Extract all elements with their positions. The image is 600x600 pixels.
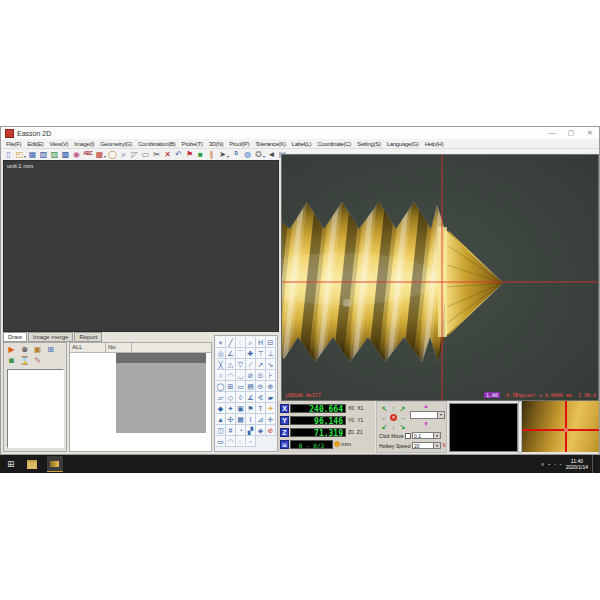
jog-down-icon[interactable]: ▼: [423, 421, 429, 427]
toolbar-new-icon[interactable]: ▯: [3, 149, 14, 160]
stage-arrow-button[interactable]: →: [398, 413, 407, 422]
jog-up-icon[interactable]: ▲: [423, 403, 429, 409]
geometry-tool-button[interactable]: ▱: [216, 392, 226, 403]
toolbar-delete-icon[interactable]: ✕: [162, 149, 173, 160]
geometry-tool-button[interactable]: ☀: [266, 403, 276, 414]
geometry-tool-button[interactable]: ⊤: [256, 348, 266, 359]
feature-header-all[interactable]: ALL: [70, 343, 106, 352]
show-desktop-button[interactable]: [592, 455, 596, 473]
dropdown-caret-icon[interactable]: ▾: [263, 154, 265, 159]
axis-preset-button[interactable]: Y1: [356, 417, 364, 423]
menu-item-proof[interactable]: Proof(P): [226, 141, 252, 147]
geometry-tool-button[interactable]: ◦: [246, 436, 256, 447]
camera-live-icon[interactable]: ◙: [7, 356, 16, 365]
geometry-tool-button[interactable]: ○: [216, 370, 226, 381]
toolbar-image-green-icon[interactable]: ▨: [49, 149, 60, 160]
geometry-tool-button[interactable]: ✛: [266, 414, 276, 425]
geometry-tool-button[interactable]: ⊙: [256, 370, 266, 381]
menu-item-image[interactable]: Image(I): [71, 141, 97, 147]
minimize-button[interactable]: —: [547, 129, 557, 137]
geometry-tool-button[interactable]: ◫: [216, 425, 226, 436]
hotkey-speed-combobox[interactable]: 20 ▾: [412, 442, 441, 449]
geometry-tool-button[interactable]: #: [226, 425, 236, 436]
stage-arrow-button[interactable]: ↗: [398, 404, 407, 413]
file-explorer-button[interactable]: [27, 460, 37, 469]
hourglass-icon[interactable]: ⌛: [20, 356, 29, 365]
geometry-tool-button[interactable]: ╳: [216, 359, 226, 370]
feature-selected-row[interactable]: [116, 353, 206, 363]
geometry-tool-button[interactable]: ⌖: [216, 337, 226, 348]
menu-item-tolerance[interactable]: Tolerance(K): [252, 141, 288, 147]
axis-x-button[interactable]: X: [280, 404, 289, 413]
menu-item-geometry[interactable]: Geometry(G): [97, 141, 135, 147]
dropdown-caret-icon[interactable]: ▾: [24, 154, 26, 159]
tab-report[interactable]: Report: [74, 332, 102, 342]
toolbar-probe-corner-icon[interactable]: ◸: [129, 149, 140, 160]
close-button[interactable]: ✕: [585, 129, 595, 137]
taskbar-app-button[interactable]: [47, 456, 63, 472]
geometry-tool-button[interactable]: ⊕: [266, 381, 276, 392]
geometry-tool-button[interactable]: ◔: [236, 425, 246, 436]
coordinate-mode-icon[interactable]: ⊞: [280, 440, 289, 449]
speed-combobox[interactable]: ▾: [410, 411, 445, 419]
geometry-tool-button[interactable]: ✚: [246, 348, 256, 359]
geometry-tool-button[interactable]: ▤: [246, 381, 256, 392]
geometry-tool-button[interactable]: ▲: [216, 414, 226, 425]
toolbar-cut-icon[interactable]: ✂: [151, 149, 162, 160]
geometry-tool-button[interactable]: ∡: [246, 392, 256, 403]
tray-icon-2[interactable]: ▪: [554, 462, 556, 467]
geometry-tool-button[interactable]: ✣: [226, 414, 236, 425]
axis-z-button[interactable]: Z: [280, 428, 289, 437]
geometry-tool-button[interactable]: ⌒: [236, 348, 246, 359]
geometry-tool-button[interactable]: ✦: [226, 403, 236, 414]
geometry-tool-button[interactable]: ◡: [236, 370, 246, 381]
drawing-canvas[interactable]: unit:1 mm: [3, 160, 279, 332]
toolbar-abc-label-icon[interactable]: ABC: [82, 149, 94, 160]
stage-stop-button[interactable]: ✕: [389, 413, 398, 422]
geometry-tool-button[interactable]: ∠: [226, 348, 236, 359]
geometry-tool-button[interactable]: ⊦: [266, 370, 276, 381]
geometry-tool-button[interactable]: ⊟: [266, 337, 276, 348]
toolbar-undo-icon[interactable]: ↶: [173, 149, 184, 160]
dropdown-caret-icon[interactable]: ▾: [104, 154, 106, 159]
geometry-tool-button[interactable]: ╱: [226, 337, 236, 348]
grid-view-icon[interactable]: ⊞: [46, 345, 55, 354]
toolbar-frame-select-icon[interactable]: ▭: [140, 149, 151, 160]
chevron-down-icon[interactable]: ▾: [433, 433, 440, 438]
stage-arrow-button[interactable]: ↑: [389, 404, 398, 413]
stage-arrow-button[interactable]: ←: [380, 413, 389, 422]
tray-icon-3[interactable]: ▪: [560, 462, 562, 467]
geometry-tool-button[interactable]: ▣: [236, 403, 246, 414]
toolbar-magnifier-icon[interactable]: ⌕: [118, 149, 129, 160]
play-icon[interactable]: ▶: [7, 345, 16, 354]
geometry-tool-button[interactable]: ⊥: [266, 348, 276, 359]
toolbar-circle-tool-icon[interactable]: ◯: [107, 149, 118, 160]
menu-item-label[interactable]: Label(L): [289, 141, 315, 147]
toolbar-speaker-icon[interactable]: ◄: [266, 149, 277, 160]
toolbar-green-square-icon[interactable]: ■: [195, 149, 206, 160]
geometry-tool-button[interactable]: ◠: [226, 370, 236, 381]
axis-preset-button[interactable]: Z1: [356, 429, 364, 435]
geometry-tool-button[interactable]: ◊: [236, 392, 246, 403]
geometry-tool-button[interactable]: ◠: [226, 436, 236, 447]
menu-item-probe[interactable]: Probe(T): [178, 141, 205, 147]
toolbar-image-blue-icon[interactable]: ▩: [60, 149, 71, 160]
menu-item-view[interactable]: View(V): [46, 141, 71, 147]
geometry-tool-button[interactable]: ∕: [246, 359, 256, 370]
feature-rows-area[interactable]: [116, 363, 206, 433]
geometry-tool-button[interactable]: ⊘: [246, 370, 256, 381]
axis-y-button[interactable]: Y: [280, 416, 289, 425]
geometry-tool-button[interactable]: ⇘: [266, 359, 276, 370]
geometry-tool-button[interactable]: ⌕: [246, 337, 256, 348]
start-button[interactable]: ⊞: [7, 460, 15, 469]
toolbar-globe-icon[interactable]: ◍: [242, 149, 253, 160]
unit-readout[interactable]: mm: [341, 441, 351, 447]
feature-header-no[interactable]: No: [106, 343, 132, 352]
menu-item-coordinate[interactable]: Coordinate(C): [314, 141, 354, 147]
toolbar-ruler-icon[interactable]: ∥: [206, 149, 217, 160]
axis-preset-button[interactable]: X1: [356, 405, 364, 411]
maximize-button[interactable]: ▢: [566, 129, 576, 137]
geometry-tool-button[interactable]: ⊘: [266, 425, 276, 436]
chevron-down-icon[interactable]: ▾: [433, 443, 440, 448]
tab-image-merge[interactable]: Image merge: [28, 332, 73, 342]
